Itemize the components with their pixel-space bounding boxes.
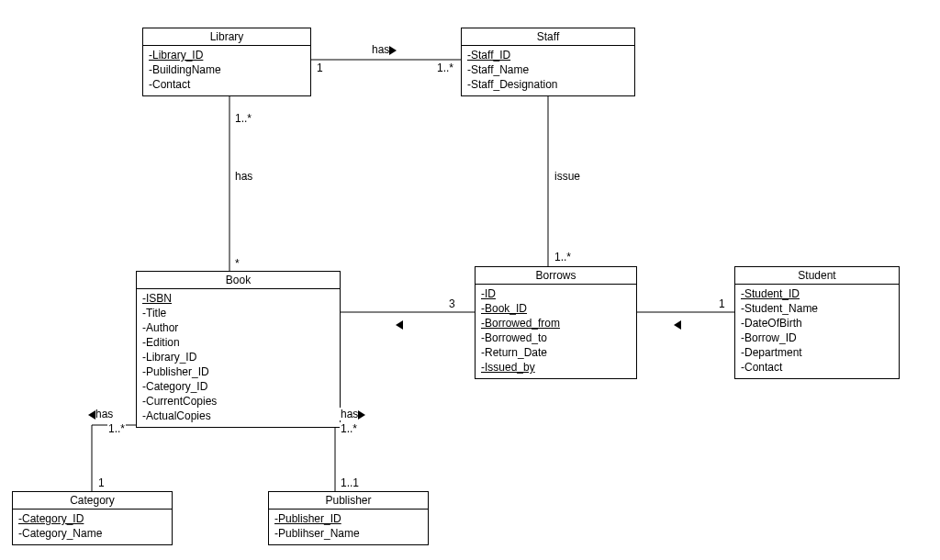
assoc-label-book-category: has bbox=[87, 408, 114, 420]
class-book: Book -ISBN-Title-Author-Edition-Library_… bbox=[136, 271, 341, 428]
attribute: -Library_ID bbox=[142, 350, 334, 364]
class-attrs: -Library_ID-BuildingName-Contact bbox=[143, 46, 310, 95]
attribute: -Category_Name bbox=[18, 526, 166, 541]
attribute: -Title bbox=[142, 306, 334, 320]
attribute: -Student_Name bbox=[741, 301, 893, 316]
mult-book-category-1: 1..* bbox=[107, 422, 126, 435]
attribute: -Borrowed_to bbox=[481, 330, 631, 345]
class-category: Category -Category_ID-Category_Name bbox=[12, 491, 173, 545]
assoc-text: has bbox=[341, 408, 358, 420]
attribute: -Staff_Name bbox=[467, 62, 629, 77]
arrow-book-borrows bbox=[395, 318, 404, 330]
assoc-label-book-publisher: has bbox=[340, 408, 366, 420]
mult-library-book-2: * bbox=[234, 257, 241, 270]
class-title: Library bbox=[143, 28, 310, 46]
attribute: -Staff_ID bbox=[467, 48, 629, 62]
attribute: -Department bbox=[741, 345, 893, 360]
mult-book-borrows-1: 3 bbox=[448, 297, 456, 310]
mult-book-category-2: 1 bbox=[97, 476, 106, 489]
assoc-label-library-book: has bbox=[234, 170, 253, 183]
class-title: Publisher bbox=[269, 492, 428, 510]
attribute: -Category_ID bbox=[18, 511, 166, 526]
attribute: -Library_ID bbox=[149, 48, 305, 62]
class-title: Category bbox=[13, 492, 172, 510]
arrow-left-icon bbox=[396, 320, 403, 330]
attribute: -Staff_Designation bbox=[467, 77, 629, 92]
assoc-label-staff-borrows: issue bbox=[554, 170, 581, 183]
assoc-text: has bbox=[95, 408, 113, 420]
class-attrs: -Publisher_ID-Publihser_Name bbox=[269, 510, 428, 544]
mult-library-staff-2: 1..* bbox=[436, 62, 454, 74]
attribute: -Borrowed_from bbox=[481, 316, 631, 330]
attribute: -DateOfBirth bbox=[741, 316, 893, 330]
attribute: -ID bbox=[481, 286, 631, 301]
arrow-borrows-student bbox=[673, 318, 682, 330]
class-borrows: Borrows -ID-Book_ID-Borrowed_from-Borrow… bbox=[475, 266, 637, 379]
attribute: -Edition bbox=[142, 335, 334, 350]
attribute: -BuildingName bbox=[149, 62, 305, 77]
class-title: Staff bbox=[462, 28, 634, 46]
diagram-canvas: Library -Library_ID-BuildingName-Contact… bbox=[0, 0, 940, 560]
arrow-left-icon bbox=[88, 410, 95, 420]
attribute: -Author bbox=[142, 320, 334, 335]
class-student: Student -Student_ID-Student_Name-DateOfB… bbox=[734, 266, 900, 379]
attribute: -Contact bbox=[149, 77, 305, 92]
class-attrs: -Category_ID-Category_Name bbox=[13, 510, 172, 544]
class-attrs: -ISBN-Title-Author-Edition-Library_ID-Pu… bbox=[137, 289, 340, 427]
class-title: Borrows bbox=[476, 267, 636, 285]
class-title: Book bbox=[137, 272, 340, 289]
class-attrs: -Staff_ID-Staff_Name-Staff_Designation bbox=[462, 46, 634, 95]
class-attrs: -ID-Book_ID-Borrowed_from-Borrowed_to-Re… bbox=[476, 285, 636, 378]
arrow-left-icon bbox=[674, 320, 681, 330]
assoc-label-library-staff: has bbox=[371, 43, 397, 56]
arrow-right-icon bbox=[358, 410, 365, 420]
mult-library-staff-1: 1 bbox=[316, 62, 324, 74]
attribute: -ActualCopies bbox=[142, 409, 334, 423]
attribute: -CurrentCopies bbox=[142, 394, 334, 409]
attribute: -ISBN bbox=[142, 291, 334, 306]
attribute: -Publihser_Name bbox=[274, 526, 422, 541]
attribute: -Book_ID bbox=[481, 301, 631, 316]
arrow-right-icon bbox=[389, 46, 397, 55]
attribute: -Issued_by bbox=[481, 360, 631, 375]
attribute: -Publisher_ID bbox=[142, 364, 334, 379]
mult-borrows-student-2: 1 bbox=[718, 297, 726, 310]
class-attrs: -Student_ID-Student_Name-DateOfBirth-Bor… bbox=[735, 285, 899, 378]
mult-library-book-1: 1..* bbox=[234, 112, 252, 125]
mult-staff-borrows-2: 1..* bbox=[554, 251, 572, 263]
class-staff: Staff -Staff_ID-Staff_Name-Staff_Designa… bbox=[461, 28, 635, 96]
attribute: -Return_Date bbox=[481, 345, 631, 360]
attribute: -Contact bbox=[741, 360, 893, 375]
attribute: -Student_ID bbox=[741, 286, 893, 301]
mult-book-publisher-2: 1..1 bbox=[340, 476, 360, 489]
class-library: Library -Library_ID-BuildingName-Contact bbox=[142, 28, 311, 96]
attribute: -Publisher_ID bbox=[274, 511, 422, 526]
class-title: Student bbox=[735, 267, 899, 285]
attribute: -Borrow_ID bbox=[741, 330, 893, 345]
attribute: -Category_ID bbox=[142, 379, 334, 394]
assoc-text: has bbox=[372, 43, 389, 56]
class-publisher: Publisher -Publisher_ID-Publihser_Name bbox=[268, 491, 429, 545]
mult-book-publisher-1: 1..* bbox=[340, 422, 358, 435]
